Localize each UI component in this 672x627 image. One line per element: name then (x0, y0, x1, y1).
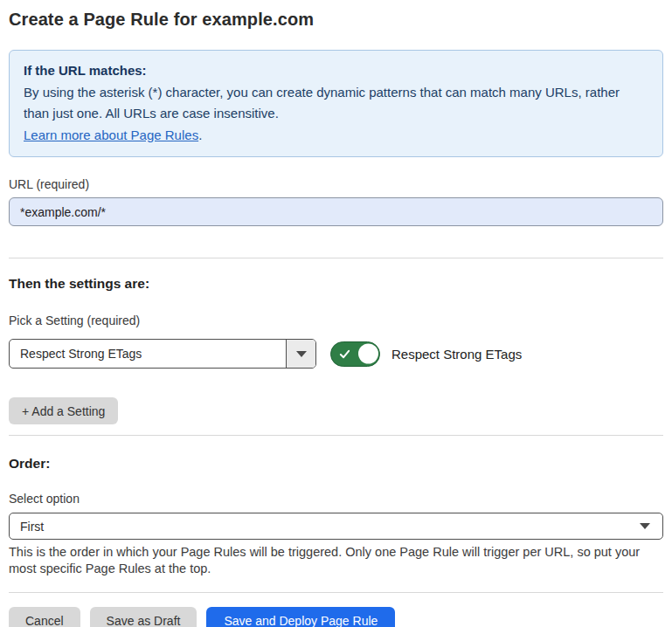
setting-select-arrow-button[interactable] (286, 340, 315, 368)
pick-setting-label: Pick a Setting (required) (9, 314, 663, 327)
order-select-value: First (10, 513, 640, 539)
info-box-body: By using the asterisk (*) character, you… (24, 82, 648, 125)
page-rule-form: Create a Page Rule for example.com If th… (0, 0, 672, 627)
url-label: URL (required) (9, 177, 663, 191)
order-select-arrow (640, 513, 662, 539)
settings-section-heading: Then the settings are: (9, 276, 663, 292)
setting-select-value: Respect Strong ETags (10, 340, 286, 368)
link-suffix: . (198, 127, 202, 142)
footer-actions: Cancel Save as Draft Save and Deploy Pag… (9, 607, 663, 627)
chevron-down-icon (640, 523, 650, 529)
page-title: Create a Page Rule for example.com (9, 9, 663, 30)
section-divider (9, 258, 663, 258)
toggle-label: Respect Strong ETags (391, 347, 522, 362)
save-as-draft-button[interactable]: Save as Draft (90, 607, 197, 627)
chevron-down-icon (296, 351, 307, 357)
toggle-knob (358, 344, 378, 364)
cancel-button[interactable]: Cancel (9, 607, 80, 627)
order-select[interactable]: First (9, 513, 663, 540)
url-input[interactable] (9, 197, 663, 226)
learn-more-link[interactable]: Learn more about Page Rules (24, 127, 198, 142)
info-box-link-line: Learn more about Page Rules. (24, 125, 648, 147)
save-and-deploy-button[interactable]: Save and Deploy Page Rule (206, 607, 395, 627)
check-icon (339, 348, 350, 360)
add-setting-button[interactable]: + Add a Setting (9, 397, 118, 424)
order-help-text: This is the order in which your Page Rul… (9, 544, 663, 577)
setting-toggle[interactable] (330, 341, 380, 367)
order-section-heading: Order: (9, 456, 663, 472)
info-box-heading: If the URL matches: (24, 60, 648, 82)
setting-row: Respect Strong ETags Respect Strong ETag… (9, 339, 663, 369)
url-match-info-box: If the URL matches: By using the asteris… (9, 50, 663, 157)
section-divider (9, 435, 663, 436)
order-select-label: Select option (9, 492, 663, 506)
setting-select[interactable]: Respect Strong ETags (9, 339, 316, 369)
footer-divider (9, 592, 663, 593)
